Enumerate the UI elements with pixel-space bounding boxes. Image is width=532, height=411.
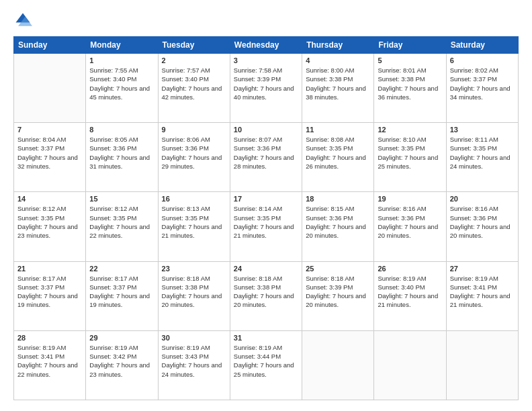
cell-content: Sunrise: 8:00 AMSunset: 3:38 PMDaylight:…	[306, 66, 370, 101]
calendar-cell: 11Sunrise: 8:08 AMSunset: 3:35 PMDayligh…	[302, 123, 374, 192]
day-number: 4	[306, 56, 370, 64]
day-number: 19	[378, 195, 442, 203]
daylight: Daylight: 7 hours and 21 minutes.	[450, 292, 511, 308]
daylight: Daylight: 7 hours and 38 minutes.	[306, 85, 366, 101]
calendar-cell: 22Sunrise: 8:17 AMSunset: 3:37 PMDayligh…	[86, 261, 158, 330]
sunrise: Sunrise: 7:55 AM	[89, 66, 138, 74]
day-number: 29	[89, 334, 154, 342]
sunrise: Sunrise: 8:16 AM	[450, 205, 498, 212]
calendar-day-header: Friday	[374, 37, 446, 54]
cell-content: Sunrise: 8:19 AMSunset: 3:40 PMDaylight:…	[378, 274, 442, 310]
day-number: 26	[378, 265, 442, 273]
daylight: Daylight: 7 hours and 23 minutes.	[89, 361, 150, 377]
day-number: 24	[234, 265, 298, 273]
sunrise: Sunrise: 8:12 AM	[89, 205, 138, 212]
calendar-day-header: Saturday	[446, 37, 518, 54]
cell-content: Sunrise: 8:19 AMSunset: 3:41 PMDaylight:…	[17, 343, 82, 379]
calendar-cell: 31Sunrise: 8:19 AMSunset: 3:44 PMDayligh…	[230, 330, 302, 400]
cell-content: Sunrise: 8:18 AMSunset: 3:38 PMDaylight:…	[234, 274, 298, 310]
daylight: Daylight: 7 hours and 23 minutes.	[17, 223, 78, 239]
sunset: Sunset: 3:38 PM	[162, 283, 209, 291]
sunrise: Sunrise: 8:08 AM	[306, 136, 354, 143]
sunset: Sunset: 3:36 PM	[234, 144, 281, 152]
sunset: Sunset: 3:36 PM	[162, 144, 209, 152]
day-number: 2	[162, 56, 226, 64]
sunset: Sunset: 3:43 PM	[162, 353, 209, 360]
cell-content: Sunrise: 8:13 AMSunset: 3:35 PMDaylight:…	[162, 204, 226, 240]
sunset: Sunset: 3:39 PM	[234, 75, 281, 83]
day-number: 25	[306, 265, 370, 273]
sunrise: Sunrise: 7:58 AM	[234, 66, 282, 74]
cell-content: Sunrise: 8:12 AMSunset: 3:35 PMDaylight:…	[89, 204, 154, 240]
day-number: 3	[234, 56, 298, 64]
calendar-cell: 7Sunrise: 8:04 AMSunset: 3:37 PMDaylight…	[14, 123, 86, 192]
sunset: Sunset: 3:36 PM	[89, 144, 136, 152]
sunrise: Sunrise: 8:12 AM	[17, 205, 66, 212]
cell-content: Sunrise: 8:12 AMSunset: 3:35 PMDaylight:…	[17, 204, 82, 240]
daylight: Daylight: 7 hours and 28 minutes.	[234, 154, 294, 170]
logo-icon	[13, 11, 32, 30]
cell-content: Sunrise: 8:15 AMSunset: 3:36 PMDaylight:…	[306, 204, 370, 240]
cell-content: Sunrise: 8:19 AMSunset: 3:44 PMDaylight:…	[234, 343, 298, 379]
sunrise: Sunrise: 7:57 AM	[162, 66, 210, 74]
day-number: 30	[162, 334, 226, 342]
daylight: Daylight: 7 hours and 20 minutes.	[162, 292, 222, 308]
calendar-cell: 16Sunrise: 8:13 AMSunset: 3:35 PMDayligh…	[158, 192, 230, 261]
calendar-cell: 19Sunrise: 8:16 AMSunset: 3:36 PMDayligh…	[374, 192, 446, 261]
calendar-cell: 8Sunrise: 8:05 AMSunset: 3:36 PMDaylight…	[86, 123, 158, 192]
sunset: Sunset: 3:44 PM	[234, 353, 281, 360]
day-number: 21	[17, 265, 82, 273]
calendar-day-header: Sunday	[14, 37, 86, 54]
day-number: 15	[89, 195, 154, 203]
cell-content: Sunrise: 7:55 AMSunset: 3:40 PMDaylight:…	[89, 66, 154, 101]
calendar-cell: 1Sunrise: 7:55 AMSunset: 3:40 PMDaylight…	[86, 54, 158, 123]
calendar-week-row: 1Sunrise: 7:55 AMSunset: 3:40 PMDaylight…	[14, 54, 519, 123]
sunset: Sunset: 3:41 PM	[17, 353, 64, 360]
sunset: Sunset: 3:39 PM	[306, 283, 353, 291]
cell-content: Sunrise: 8:19 AMSunset: 3:42 PMDaylight:…	[89, 343, 154, 379]
sunset: Sunset: 3:38 PM	[378, 75, 425, 83]
calendar-cell: 4Sunrise: 8:00 AMSunset: 3:38 PMDaylight…	[302, 54, 374, 123]
calendar-cell: 12Sunrise: 8:10 AMSunset: 3:35 PMDayligh…	[374, 123, 446, 192]
sunset: Sunset: 3:41 PM	[450, 283, 497, 291]
day-number: 23	[162, 265, 226, 273]
daylight: Daylight: 7 hours and 21 minutes.	[234, 223, 294, 239]
daylight: Daylight: 7 hours and 34 minutes.	[450, 85, 511, 101]
daylight: Daylight: 7 hours and 21 minutes.	[378, 292, 438, 308]
calendar-cell	[302, 330, 374, 400]
sunrise: Sunrise: 8:18 AM	[162, 275, 210, 282]
daylight: Daylight: 7 hours and 24 minutes.	[162, 361, 222, 377]
sunrise: Sunrise: 8:01 AM	[378, 66, 426, 74]
cell-content: Sunrise: 8:14 AMSunset: 3:35 PMDaylight:…	[234, 204, 298, 240]
day-number: 13	[450, 126, 515, 134]
cell-content: Sunrise: 8:10 AMSunset: 3:35 PMDaylight:…	[378, 135, 442, 171]
daylight: Daylight: 7 hours and 36 minutes.	[378, 85, 438, 101]
cell-content: Sunrise: 8:16 AMSunset: 3:36 PMDaylight:…	[378, 204, 442, 240]
sunset: Sunset: 3:35 PM	[378, 144, 425, 152]
calendar-cell: 6Sunrise: 8:02 AMSunset: 3:37 PMDaylight…	[446, 54, 518, 123]
day-number: 18	[306, 195, 370, 203]
sunset: Sunset: 3:35 PM	[234, 214, 281, 222]
daylight: Daylight: 7 hours and 22 minutes.	[89, 223, 150, 239]
sunrise: Sunrise: 8:07 AM	[234, 136, 282, 143]
calendar-day-header: Monday	[86, 37, 158, 54]
cell-content: Sunrise: 8:19 AMSunset: 3:43 PMDaylight:…	[162, 343, 226, 379]
sunrise: Sunrise: 8:13 AM	[162, 205, 210, 212]
calendar-week-row: 21Sunrise: 8:17 AMSunset: 3:37 PMDayligh…	[14, 261, 519, 330]
day-number: 11	[306, 126, 370, 134]
calendar-cell: 13Sunrise: 8:11 AMSunset: 3:35 PMDayligh…	[446, 123, 518, 192]
sunrise: Sunrise: 8:19 AM	[162, 344, 210, 351]
sunrise: Sunrise: 8:06 AM	[162, 136, 210, 143]
sunrise: Sunrise: 8:11 AM	[450, 136, 498, 143]
day-number: 17	[234, 195, 298, 203]
sunset: Sunset: 3:40 PM	[162, 75, 209, 83]
calendar-header-row: SundayMondayTuesdayWednesdayThursdayFrid…	[14, 37, 519, 54]
day-number: 20	[450, 195, 515, 203]
sunrise: Sunrise: 8:10 AM	[378, 136, 426, 143]
calendar-cell	[14, 54, 86, 123]
sunset: Sunset: 3:40 PM	[89, 75, 136, 83]
sunset: Sunset: 3:40 PM	[378, 283, 425, 291]
sunrise: Sunrise: 8:19 AM	[378, 275, 426, 282]
calendar-cell: 2Sunrise: 7:57 AMSunset: 3:40 PMDaylight…	[158, 54, 230, 123]
calendar-cell: 21Sunrise: 8:17 AMSunset: 3:37 PMDayligh…	[14, 261, 86, 330]
